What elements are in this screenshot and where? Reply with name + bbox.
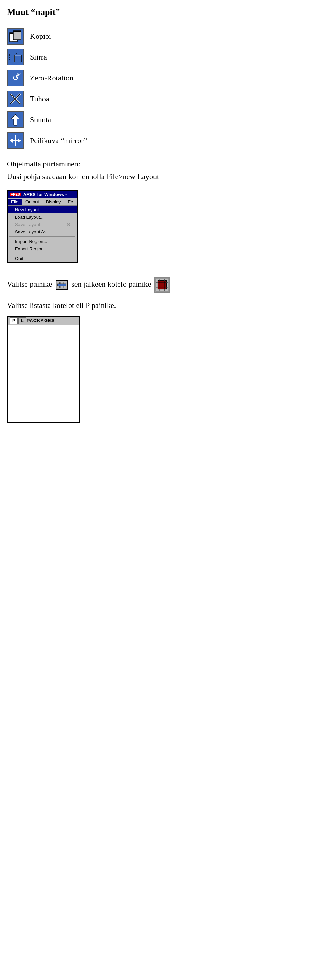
suunta-icon	[7, 111, 24, 128]
svg-rect-46	[162, 279, 163, 281]
valitse-section-1: Valitse painike sen jälkeen kotelo paini…	[7, 277, 327, 293]
ares-file-dropdown: New Layout... Load Layout... Save Layout…	[8, 206, 77, 262]
siirra-label: Siirrä	[30, 52, 47, 62]
ares-menubar: File Output Display Ec	[8, 198, 77, 206]
drawing-section-title: Ohjelmalla piirtäminen:	[7, 159, 327, 169]
svg-rect-48	[159, 289, 160, 291]
ares-menu-export-region[interactable]: Export Region...	[8, 245, 77, 253]
svg-rect-3	[13, 31, 21, 32]
zerorot-icon: ↺ 0°	[7, 70, 24, 86]
svg-rect-49	[162, 289, 163, 291]
component-place-icon	[55, 280, 68, 290]
icon-row-zerorot: ↺ 0° Zero-Rotation	[7, 70, 327, 86]
ares-title-icon: FRES	[10, 192, 21, 196]
ares-menu-file[interactable]: File	[8, 199, 22, 205]
packages-tab-l[interactable]: L	[19, 317, 26, 324]
packages-container: P L PACKAGES	[7, 316, 327, 423]
packages-list-area	[7, 325, 80, 423]
packages-label: PACKAGES	[27, 318, 55, 323]
ares-menu-save-layout: Save Layout S	[8, 221, 77, 228]
svg-rect-39	[156, 282, 158, 283]
icon-row-siirra: Siirrä	[7, 49, 327, 65]
svg-text:0°: 0°	[17, 72, 21, 76]
ares-menu-import-region[interactable]: Import Region...	[8, 238, 77, 245]
ares-menu-load-layout[interactable]: Load Layout...	[8, 213, 77, 221]
packages-bar: P L PACKAGES	[7, 316, 80, 325]
icon-row-suunta: Suunta	[7, 111, 327, 128]
ares-menu-save-layout-as[interactable]: Save Layout As	[8, 228, 77, 235]
package-icon	[155, 277, 170, 293]
svg-rect-50	[164, 289, 165, 291]
ares-menu-quit[interactable]: Quit	[8, 255, 77, 262]
svg-rect-25	[57, 285, 59, 285]
valitse-text1: Valitse painike	[7, 280, 52, 288]
svg-rect-30	[63, 286, 64, 288]
ares-menu-output[interactable]: Output	[22, 199, 43, 205]
svg-rect-27	[60, 282, 60, 284]
tuhoa-label: Tuhoa	[30, 94, 49, 103]
svg-rect-28	[63, 282, 64, 284]
icon-row-peilikuva: Peilikuva “mirror”	[7, 132, 327, 149]
svg-rect-24	[57, 284, 66, 286]
valitse-text2: sen jälkeen kotelo painike	[71, 280, 151, 288]
ares-menu-ec[interactable]: Ec	[64, 199, 76, 205]
peilikuva-icon	[7, 132, 24, 149]
svg-rect-26	[65, 285, 67, 285]
svg-rect-44	[166, 287, 168, 288]
svg-rect-40	[156, 285, 158, 285]
zerorot-label: Zero-Rotation	[30, 73, 73, 83]
peilikuva-label: Peilikuva “mirror”	[30, 136, 87, 145]
ares-window: FRES ARES for Windows - File Output Disp…	[7, 190, 78, 263]
page-heading: Muut “napit”	[7, 7, 327, 18]
svg-rect-41	[156, 287, 158, 288]
ares-menu-display[interactable]: Display	[43, 199, 64, 205]
icons-list: Kopioi Siirrä ↺ 0° Zero-Rot	[7, 28, 327, 149]
siirra-icon	[7, 49, 24, 65]
packages-tab-p[interactable]: P	[10, 317, 18, 324]
icon-row-kopioi: Kopioi	[7, 28, 327, 45]
tuhoa-icon	[7, 91, 24, 107]
kopioi-label: Kopioi	[30, 32, 51, 41]
suunta-label: Suunta	[30, 115, 51, 124]
ares-menu-new-layout[interactable]: New Layout...	[8, 206, 77, 213]
svg-rect-8	[14, 56, 21, 56]
svg-rect-47	[164, 279, 165, 281]
svg-rect-29	[60, 286, 60, 288]
ares-title-text: ARES for Windows -	[23, 192, 67, 197]
icon-row-tuhoa: Tuhoa	[7, 91, 327, 107]
svg-rect-43	[166, 285, 168, 285]
ares-titlebar: FRES ARES for Windows -	[8, 191, 77, 198]
ares-separator-2	[9, 253, 76, 254]
drawing-section-body: Uusi pohja saadaan komennolla File>new L…	[7, 172, 327, 181]
valitse-section-2: Valitse listasta kotelot eli P painike.	[7, 299, 327, 311]
kopioi-icon	[7, 28, 24, 45]
svg-rect-42	[166, 282, 168, 283]
svg-rect-45	[159, 279, 160, 281]
